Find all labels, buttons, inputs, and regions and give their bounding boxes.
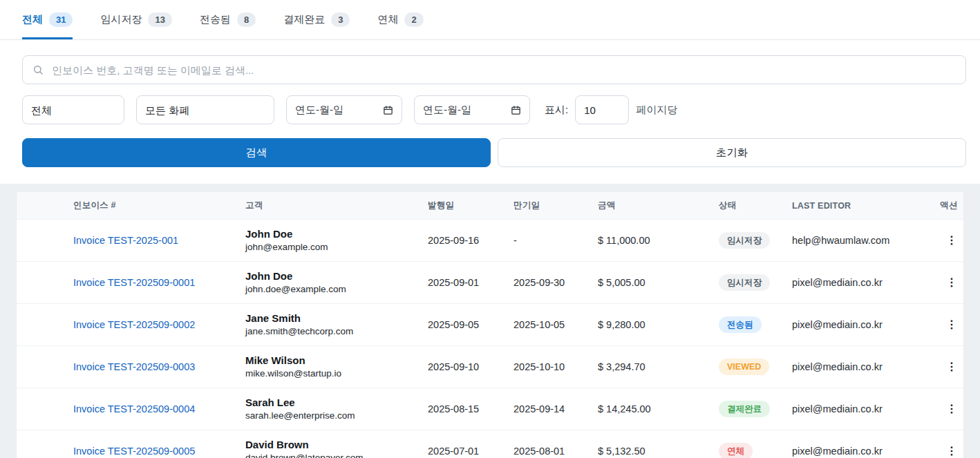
customer-email: jane.smith@techcorp.com [245,325,428,338]
tab-sent-count-badge: 8 [237,12,256,27]
action-cell [940,346,963,388]
customer-name: Mike Wilson [245,354,428,367]
issue-date: 2025-09-05 [428,304,513,346]
tab-draft[interactable]: 임시저장 13 [100,0,171,39]
customer-email: david.brown@latepayer.com [245,452,428,458]
tab-bar: 전체 31 임시저장 13 전송됨 8 결제완료 3 연체 2 [0,0,980,40]
filter-section: 전체 모든 화폐 연도-월-일 연도-월-일 표시: 페이지당 [0,40,980,184]
due-date: 2025-09-14 [513,388,598,430]
last-editor: pixel@mediain.co.kr [792,304,940,346]
invoice-link[interactable]: Invoice TEST-202509-0005 [73,446,195,457]
customer-email: sarah.lee@enterprise.com [245,410,428,422]
table-header-row: 인보이스 # 고객 발행일 만기일 금액 상태 LAST EDITOR 액션 [17,192,963,220]
table-row: Invoice TEST-2025-001 John Doe john@exam… [17,220,963,262]
kebab-menu-icon[interactable] [940,400,963,418]
issue-date: 2025-09-10 [428,346,513,388]
per-page-group: 표시: 페이지당 [545,95,677,124]
button-row: 검색 초기화 [22,138,966,167]
invoice-table-body: Invoice TEST-2025-001 John Doe john@exam… [17,220,963,458]
tab-paid[interactable]: 결제완료 3 [283,0,350,39]
tab-overdue-count-badge: 2 [404,12,423,27]
invoice-cell: Invoice TEST-202509-0001 [17,262,245,304]
issue-date: 2025-08-15 [428,388,513,430]
header-status: 상태 [719,192,792,220]
table-row: Invoice TEST-202509-0003 Mike Wilson mik… [17,346,963,388]
issue-date: 2025-09-16 [428,220,513,262]
amount: $ 11,000.00 [598,220,719,262]
status-badge: 임시저장 [719,232,770,249]
status-filter-select[interactable]: 전체 [22,95,124,124]
status-cell: VIEWED [719,346,792,388]
action-cell [940,430,963,458]
tab-draft-count-badge: 13 [148,12,171,27]
customer-name: John Doe [245,227,428,240]
last-editor: pixel@mediain.co.kr [792,430,940,458]
invoice-link[interactable]: Invoice TEST-2025-001 [73,235,178,246]
tab-draft-label: 임시저장 [100,13,142,26]
invoice-cell: Invoice TEST-202509-0003 [17,346,245,388]
action-cell [940,388,963,430]
header-invoice: 인보이스 # [17,192,245,220]
search-input[interactable] [22,55,966,84]
invoice-cell: Invoice TEST-202509-0005 [17,430,245,458]
invoice-link[interactable]: Invoice TEST-202509-0004 [73,403,195,414]
date-to-placeholder: 연도-월-일 [423,104,471,117]
kebab-menu-icon[interactable] [940,231,963,249]
per-page-label: 표시: [545,104,568,117]
kebab-menu-icon[interactable] [940,358,963,376]
kebab-menu-icon[interactable] [940,442,963,458]
due-date: - [513,220,598,262]
tab-sent[interactable]: 전송됨 8 [200,0,256,39]
per-page-input[interactable] [575,95,629,124]
customer-cell: Mike Wilson mike.wilson@startup.io [245,346,428,388]
customer-name: Jane Smith [245,312,428,325]
tab-overdue-label: 연체 [377,13,398,26]
date-to-input[interactable]: 연도-월-일 [414,95,530,124]
header-customer: 고객 [245,192,428,220]
per-page-suffix: 페이지당 [636,104,677,117]
last-editor: pixel@mediain.co.kr [792,388,940,430]
status-badge: 전송됨 [719,316,762,333]
amount: $ 9,280.00 [598,304,719,346]
amount: $ 14,245.00 [598,388,719,430]
tab-all[interactable]: 전체 31 [22,0,73,39]
kebab-menu-icon[interactable] [940,316,963,334]
customer-name: John Doe [245,269,428,283]
due-date: 2025-08-01 [513,430,598,458]
invoice-link[interactable]: Invoice TEST-202509-0001 [73,277,195,288]
customer-name: Sarah Lee [245,396,428,409]
customer-cell: John Doe john.doe@example.com [245,262,428,304]
last-editor: help@hwaumlaw.com [792,220,940,262]
header-action: 액션 [940,192,963,220]
invoice-link[interactable]: Invoice TEST-202509-0002 [73,319,195,330]
kebab-menu-icon[interactable] [940,274,963,292]
customer-email: mike.wilson@startup.io [245,368,428,380]
tab-overdue[interactable]: 연체 2 [377,0,423,39]
date-from-input[interactable]: 연도-월-일 [286,95,402,124]
currency-filter-select[interactable]: 모든 화폐 [136,95,274,124]
header-due-date: 만기일 [513,192,598,220]
calendar-icon [383,105,393,115]
invoice-link[interactable]: Invoice TEST-202509-0003 [73,361,195,372]
customer-cell: Jane Smith jane.smith@techcorp.com [245,304,428,346]
invoice-cell: Invoice TEST-202509-0002 [17,304,245,346]
action-cell [940,304,963,346]
header-last-editor: LAST EDITOR [792,192,940,220]
search-button[interactable]: 검색 [22,138,491,167]
last-editor: pixel@mediain.co.kr [792,262,940,304]
table-row: Invoice TEST-202509-0004 Sarah Lee sarah… [17,388,963,430]
top-section: 전체 31 임시저장 13 전송됨 8 결제완료 3 연체 2 [0,0,980,184]
tab-all-count-badge: 31 [49,12,73,27]
status-cell: 임시저장 [719,220,792,262]
customer-cell: John Doe john@example.com [245,220,428,262]
invoice-cell: Invoice TEST-2025-001 [17,220,245,262]
status-cell: 연체 [719,430,792,458]
customer-cell: Sarah Lee sarah.lee@enterprise.com [245,388,428,430]
reset-button[interactable]: 초기화 [498,138,966,167]
status-badge: 결제완료 [719,401,770,417]
status-badge: 연체 [719,443,753,458]
calendar-icon [511,105,521,115]
issue-date: 2025-07-01 [428,430,513,458]
status-cell: 전송됨 [719,304,792,346]
amount: $ 5,005.00 [598,262,719,304]
